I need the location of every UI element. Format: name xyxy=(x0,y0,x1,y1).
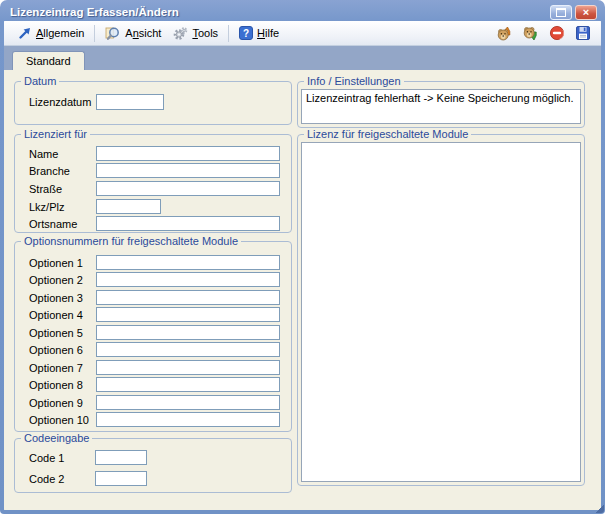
group-code-title: Codeeingabe xyxy=(21,432,92,444)
group-codeeingabe: Codeeingabe Code 1 Code 2 xyxy=(14,438,292,493)
optionen-8-label: Optionen 8 xyxy=(29,379,83,391)
code-1-input[interactable] xyxy=(95,450,147,465)
strasse-input[interactable] xyxy=(96,181,280,196)
window-title: Lizenzeintrag Erfassen/Ändern xyxy=(10,6,550,18)
lkz-plz-label: Lkz/Plz xyxy=(29,201,64,213)
strasse-label: Straße xyxy=(29,183,62,195)
branche-label: Branche xyxy=(29,165,70,177)
toolbar: Allgemein Ansicht xyxy=(4,21,601,46)
lizenzdatum-input[interactable] xyxy=(96,94,164,110)
group-info-einstellungen: Info / Einstellungen Lizenzeintrag fehle… xyxy=(297,81,585,128)
group-freigeschaltete-module: Lizenz für freigeschaltete Module xyxy=(297,134,585,486)
optionen-2-label: Optionen 2 xyxy=(29,274,83,286)
group-module-title: Lizenz für freigeschaltete Module xyxy=(304,128,471,140)
arrow-up-right-icon xyxy=(18,26,32,40)
optionen-3-label: Optionen 3 xyxy=(29,292,83,304)
form-area: Datum Lizenzdatum Lizenziert für Name Br… xyxy=(4,70,601,510)
bear-arrow-down-icon[interactable] xyxy=(522,25,539,42)
group-datum-title: Datum xyxy=(21,75,59,87)
optionen-10-label: Optionen 10 xyxy=(29,414,89,426)
module-list-box xyxy=(301,142,581,482)
tab-strip: Standard xyxy=(4,46,601,70)
menu-hilfe-label: Hilfe xyxy=(257,27,279,39)
toolbar-separator xyxy=(94,25,95,42)
gear-icon xyxy=(173,26,188,41)
menu-tools[interactable]: Tools xyxy=(167,24,224,43)
lkz-plz-input[interactable] xyxy=(96,199,161,214)
optionen-10-input[interactable] xyxy=(96,412,280,427)
optionen-2-input[interactable] xyxy=(96,272,280,287)
restore-icon xyxy=(556,8,566,17)
resize-grip[interactable] xyxy=(596,505,604,513)
code-2-label: Code 2 xyxy=(29,473,64,485)
optionen-5-label: Optionen 5 xyxy=(29,327,83,339)
optionen-1-label: Optionen 1 xyxy=(29,257,83,269)
optionen-9-label: Optionen 9 xyxy=(29,397,83,409)
optionen-7-input[interactable] xyxy=(96,360,280,375)
code-1-label: Code 1 xyxy=(29,452,64,464)
optionen-4-label: Optionen 4 xyxy=(29,309,83,321)
close-icon: × xyxy=(583,7,589,17)
toolbar-right-actions xyxy=(496,25,593,42)
magnifier-icon xyxy=(105,26,121,41)
info-message-text: Lizenzeintrag fehlerhaft -> Keine Speich… xyxy=(306,92,574,104)
lizenzdatum-label: Lizenzdatum xyxy=(29,96,91,108)
group-lizenziert-title: Lizenziert für xyxy=(21,128,90,140)
optionen-1-input[interactable] xyxy=(96,255,280,270)
no-entry-icon[interactable] xyxy=(548,25,565,42)
menu-allgemein[interactable]: Allgemein xyxy=(12,24,90,42)
group-optionsnummern: Optionsnummern für freigeschaltete Modul… xyxy=(14,241,292,432)
menu-ansicht[interactable]: Ansicht xyxy=(99,24,167,43)
optionen-4-input[interactable] xyxy=(96,307,280,322)
name-label: Name xyxy=(29,148,58,160)
svg-text:?: ? xyxy=(243,28,249,39)
menu-hilfe[interactable]: ? Hilfe xyxy=(233,24,285,42)
optionen-6-label: Optionen 6 xyxy=(29,344,83,356)
info-message-box: Lizenzeintrag fehlerhaft -> Keine Speich… xyxy=(301,89,581,124)
group-info-title: Info / Einstellungen xyxy=(304,75,404,87)
optionen-9-input[interactable] xyxy=(96,395,280,410)
optionen-5-input[interactable] xyxy=(96,325,280,340)
optionen-7-label: Optionen 7 xyxy=(29,362,83,374)
titlebar: Lizenzeintrag Erfassen/Ändern × xyxy=(4,0,601,21)
code-2-input[interactable] xyxy=(95,471,147,486)
tab-standard[interactable]: Standard xyxy=(12,51,85,70)
branche-input[interactable] xyxy=(96,163,280,178)
app-window: Lizenzeintrag Erfassen/Ändern × Allgemei… xyxy=(0,0,605,514)
menu-allgemein-label: Allgemein xyxy=(36,27,84,39)
group-datum: Datum Lizenzdatum xyxy=(14,81,292,125)
toolbar-separator xyxy=(228,25,229,42)
group-optionen-title: Optionsnummern für freigeschaltete Modul… xyxy=(21,235,241,247)
save-icon[interactable] xyxy=(574,25,591,42)
ortsname-label: Ortsname xyxy=(29,218,77,230)
menu-tools-label: Tools xyxy=(192,27,218,39)
menu-ansicht-label: Ansicht xyxy=(125,27,161,39)
help-icon: ? xyxy=(239,26,253,40)
restore-window-button[interactable] xyxy=(550,5,572,20)
ortsname-input[interactable] xyxy=(96,216,280,231)
bear-arrow-up-icon[interactable] xyxy=(496,25,513,42)
optionen-8-input[interactable] xyxy=(96,377,280,392)
optionen-3-input[interactable] xyxy=(96,290,280,305)
window-body: Allgemein Ansicht xyxy=(4,21,601,510)
optionen-6-input[interactable] xyxy=(96,342,280,357)
close-window-button[interactable]: × xyxy=(575,5,597,20)
group-lizenziert-fuer: Lizenziert für Name Branche Straße Lkz/P… xyxy=(14,134,292,233)
name-input[interactable] xyxy=(96,146,280,161)
